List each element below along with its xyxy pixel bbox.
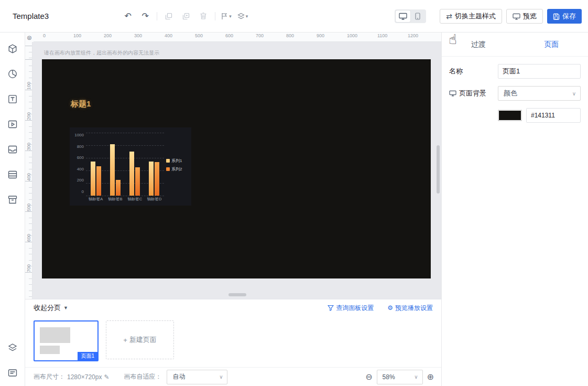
- horizontal-scrollbar-thumb[interactable]: [228, 293, 246, 296]
- bar: [129, 152, 134, 196]
- chevron-down-icon: ∨: [572, 91, 576, 97]
- duplicate-icon[interactable]: [180, 10, 192, 22]
- status-bar: 画布尺寸： 1280×720px ✎ 画布自适应： 自动 ∨ ⊖ 58% ∨: [25, 367, 441, 386]
- v-ruler: 100200300400500600700: [25, 42, 32, 299]
- caret-down-icon: ▼: [63, 305, 68, 310]
- chevron-down-icon: ∨: [414, 374, 418, 380]
- zoom-level-select[interactable]: 58% ∨: [377, 370, 423, 384]
- ruler-number: 0: [43, 33, 46, 38]
- save-icon: [553, 13, 560, 20]
- h-ruler: 0100200300400500600700800900100011001200: [25, 33, 441, 41]
- canvas-viewport[interactable]: 100200300400500600700 请在画布内放置组件，超出画布外的内容…: [25, 42, 441, 299]
- ruler-number: 600: [26, 234, 31, 242]
- new-page-button[interactable]: + 新建页面: [106, 320, 174, 359]
- redo-icon[interactable]: ↷: [139, 10, 151, 22]
- table-icon[interactable]: [7, 169, 18, 180]
- save-button[interactable]: 保存: [547, 9, 582, 24]
- ruler-number: 600: [225, 33, 233, 38]
- bar: [135, 167, 140, 196]
- name-label: 名称: [449, 67, 463, 76]
- mobile-view-icon[interactable]: [410, 10, 425, 22]
- vertical-scrollbar-thumb[interactable]: [437, 145, 440, 194]
- ruler-number: 700: [256, 33, 264, 38]
- bar: [96, 166, 101, 196]
- ruler-row: ◎ 01002003004005006007008009001000110012…: [25, 33, 441, 42]
- thumbnail-chart-placeholder: [40, 327, 70, 343]
- desktop-view-icon[interactable]: [396, 10, 410, 22]
- top-toolbar: Template3 ↶ ↷ ▾ ▾: [0, 0, 588, 33]
- zoom-controls: ⊖ 58% ∨ ⊕: [365, 370, 434, 384]
- bar: [110, 144, 115, 196]
- bar-group: [110, 133, 121, 196]
- monitor-icon: [513, 13, 520, 20]
- monitor-icon: [449, 90, 456, 97]
- funnel-icon: [328, 305, 334, 311]
- delete-icon[interactable]: [198, 10, 209, 22]
- collapse-pages-button[interactable]: 收起分页 ▼: [34, 303, 68, 313]
- gear-icon: ⚙: [387, 304, 393, 312]
- tab-page[interactable]: 页面: [515, 33, 588, 56]
- ruler-number: 1100: [377, 33, 387, 38]
- thumbnail-block-placeholder: [40, 346, 60, 354]
- guides-eye-icon[interactable]: ◎: [25, 33, 34, 42]
- fit-group: 画布自适应： 自动 ∨: [124, 370, 227, 384]
- zoom-out-icon[interactable]: ⊖: [365, 373, 372, 381]
- undo-icon[interactable]: ↶: [122, 10, 134, 22]
- legend-item: 系列1: [166, 158, 189, 164]
- 3d-shape-icon[interactable]: [7, 43, 18, 55]
- ruler-number: 300: [26, 143, 31, 151]
- ruler-number: 100: [73, 33, 81, 38]
- ruler-number: 400: [26, 173, 31, 181]
- app-window: Template3 ↶ ↷ ▾ ▾: [0, 0, 588, 386]
- editor-area: ◎ 01002003004005006007008009001000110012…: [25, 33, 441, 386]
- bg-color-swatch[interactable]: [498, 110, 522, 121]
- ruler-number: 400: [165, 33, 172, 38]
- ruler-number: 1200: [408, 33, 418, 38]
- ruler-number: 200: [26, 112, 31, 120]
- widget-title-text[interactable]: 标题1: [71, 99, 91, 109]
- ruler-number: 800: [286, 33, 294, 38]
- zoom-in-icon[interactable]: ⊕: [427, 373, 434, 381]
- page-thumbnail-1[interactable]: 页面1: [34, 320, 99, 361]
- preview-play-settings-link[interactable]: ⚙ 预览播放设置: [387, 304, 433, 313]
- archive-icon[interactable]: [7, 194, 18, 206]
- design-canvas[interactable]: 标题1 10008006004002000 轴标签A轴标签B轴标签C轴标签D 系…: [42, 59, 431, 278]
- canvas-size-value: 1280×720px: [67, 373, 102, 381]
- page-name-input[interactable]: [498, 64, 581, 79]
- bar: [116, 180, 121, 196]
- query-panel-settings-link[interactable]: 查询面板设置: [328, 304, 374, 313]
- switch-theme-button[interactable]: ⇄ 切换主题样式: [440, 9, 502, 24]
- canvas-hint: 请在画布内放置组件，超出画布外的内容无法显示: [44, 49, 159, 57]
- chevron-down-icon: ∨: [219, 374, 223, 380]
- chart-plot-area: 轴标签A轴标签B轴标签C轴标签D: [86, 133, 164, 203]
- legend-item: 系列2: [166, 166, 189, 172]
- panel-notes-icon[interactable]: [7, 367, 18, 379]
- ruler-number: 1000: [347, 33, 357, 38]
- settings-tabs: 过渡 页面: [442, 33, 588, 57]
- align-dropdown-icon[interactable]: ▾: [221, 10, 232, 22]
- preview-button[interactable]: 预览: [506, 9, 543, 24]
- layers-icon[interactable]: [7, 342, 18, 353]
- bg-color-hex-input[interactable]: [526, 108, 581, 123]
- device-toggle: [395, 9, 426, 23]
- background-type-select[interactable]: 颜色 ∨: [498, 86, 581, 101]
- pages-links: 查询面板设置 ⚙ 预览播放设置: [328, 304, 433, 313]
- vertical-scrollbar: [435, 42, 440, 299]
- inbox-icon[interactable]: [7, 144, 18, 155]
- canvas-fit-select[interactable]: 自动 ∨: [167, 370, 227, 384]
- page-background-row: 页面背景 颜色 ∨: [442, 86, 588, 101]
- page-background-label: 页面背景: [459, 89, 486, 98]
- tab-transition[interactable]: 过渡: [442, 33, 515, 56]
- pages-header: 收起分页 ▼ 查询面板设置 ⚙ 预览播放设置: [25, 299, 441, 316]
- bar-chart-widget[interactable]: 10008006004002000 轴标签A轴标签B轴标签C轴标签D 系列1系列…: [70, 127, 191, 206]
- layer-order-dropdown-icon[interactable]: ▾: [237, 10, 248, 22]
- chart-legend: 系列1系列2: [164, 133, 189, 203]
- plus-icon: +: [123, 336, 127, 344]
- edit-size-pencil-icon[interactable]: ✎: [104, 373, 109, 381]
- bar-group: [91, 133, 101, 196]
- pie-chart-icon[interactable]: [7, 68, 18, 80]
- media-icon[interactable]: [7, 119, 18, 130]
- swap-icon: ⇄: [446, 12, 452, 20]
- text-tool-icon[interactable]: [7, 93, 18, 105]
- copy-icon[interactable]: [163, 10, 175, 22]
